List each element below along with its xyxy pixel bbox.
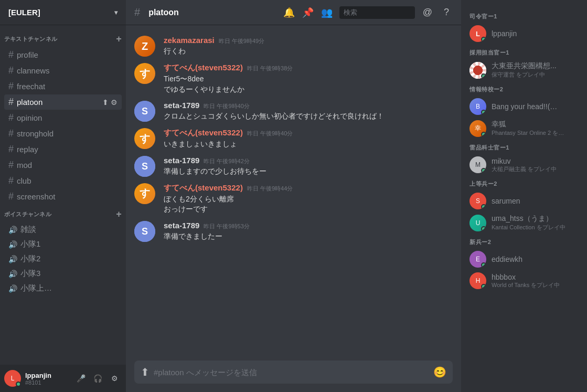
avatar: S <box>469 193 486 209</box>
member-item[interactable]: Llppanjin <box>465 23 583 44</box>
member-item[interactable]: Eeddiewkh <box>465 249 583 270</box>
channel-label: clannews <box>17 66 50 75</box>
sidebar-item-profile[interactable]: # profile <box>4 47 122 62</box>
sidebar-item-stronghold[interactable]: # stronghold <box>4 126 122 141</box>
avatar: S <box>134 221 155 242</box>
sidebar-item-replay[interactable]: # replay <box>4 142 122 157</box>
message-author: zekamazarasi <box>164 36 215 45</box>
member-section-title: 雷品科士官ー1 <box>461 140 587 154</box>
voice-label: 雑談 <box>20 225 36 235</box>
status-indicator <box>481 284 486 289</box>
hash-icon: # <box>8 175 14 186</box>
sidebar: [EULER] ▾ テキストチャンネル + # profile # clanne… <box>0 0 126 392</box>
message-group: S seta-1789 昨日 午後9時53分 準備できましたー <box>126 219 461 244</box>
sidebar-item-club[interactable]: # club <box>4 173 122 188</box>
at-button[interactable]: @ <box>421 6 434 19</box>
hash-icon: # <box>8 128 14 139</box>
settings-button[interactable]: ⚙ <box>107 371 122 386</box>
member-item[interactable]: Uuma_htss（うま）Kantai Collection をプレイ中 <box>465 212 583 234</box>
notifications-button[interactable]: 🔔 <box>283 6 295 19</box>
sidebar-item-screenshot[interactable]: # screenshot <box>4 189 122 204</box>
channel-label: opinion <box>17 113 42 122</box>
sidebar-item-shotai4[interactable]: 🔊 小隊上… <box>4 281 122 295</box>
hash-icon: # <box>8 160 14 171</box>
deafen-button[interactable]: 🎧 <box>90 371 105 386</box>
member-item[interactable]: 幸幸狐Phantasy Star Online 2 を… <box>465 118 583 139</box>
avatar: S <box>134 101 155 122</box>
avatar: L <box>4 370 21 387</box>
sidebar-item-shotai1[interactable]: 🔊 小隊1 <box>4 237 122 251</box>
status-indicator <box>481 262 486 268</box>
channel-label: screenshot <box>17 192 55 201</box>
sidebar-item-shotai2[interactable]: 🔊 小隊2 <box>4 252 122 266</box>
pin-button[interactable]: 📌 <box>302 6 314 19</box>
voice-icon: 🔊 <box>8 226 17 234</box>
message-input-box: ⬆ 😊 <box>134 361 453 384</box>
members-button[interactable]: 👥 <box>321 6 333 19</box>
message-author: seta-1789 <box>164 156 199 165</box>
messages-area: Z zekamazarasi 昨日 午後9時49分 行くわ す すてべん(ste… <box>126 25 461 361</box>
member-info: 幸狐Phantasy Star Online 2 を… <box>492 120 579 137</box>
settings-icon[interactable]: ⚙ <box>111 98 118 107</box>
message-text: 行くわ <box>164 46 453 57</box>
sidebar-item-clannews[interactable]: # clannews <box>4 63 122 78</box>
sidebar-item-opinion[interactable]: # opinion <box>4 110 122 125</box>
message-group: S seta-1789 昨日 午後9時40分 クロムとシュコダくらいしか無い初心… <box>126 99 461 124</box>
member-name: sarumen <box>492 197 579 205</box>
user-tag: #8101 <box>25 379 69 386</box>
sidebar-item-mod[interactable]: # mod <box>4 157 122 173</box>
avatar: す <box>134 183 155 204</box>
voice-icon: 🔊 <box>8 284 17 293</box>
message-timestamp: 昨日 午後9時44分 <box>247 185 293 193</box>
status-dot <box>16 382 21 387</box>
avatar: S <box>134 156 155 177</box>
message-content: seta-1789 昨日 午後9時53分 準備できましたー <box>164 221 453 242</box>
text-channels-category[interactable]: テキストチャンネル + <box>0 25 126 47</box>
message-input[interactable] <box>154 368 429 377</box>
server-header[interactable]: [EULER] ▾ <box>0 0 126 25</box>
sidebar-item-shotai3[interactable]: 🔊 小隊3 <box>4 267 122 281</box>
attach-icon[interactable]: ⬆ <box>141 366 150 378</box>
member-section-title: 情報特校ー2 <box>461 81 587 96</box>
status-indicator <box>481 37 486 42</box>
member-info: uma_htss（うま）Kantai Collection をプレイ中 <box>492 214 579 231</box>
search-input[interactable] <box>344 8 411 16</box>
member-item[interactable]: BBang your head!!(… <box>465 96 583 117</box>
voice-channels-label: ボイスチャンネル <box>4 210 51 218</box>
member-item[interactable]: HhbbboxWorld of Tanks をプレイ中 <box>465 270 583 291</box>
member-item[interactable]: Mmikuv大槌戸融主義 をプレイ中 <box>465 154 583 175</box>
status-indicator <box>481 168 486 173</box>
members-sidebar: 司令官ー1Llppanjin採用担当官ー1 大東亜共栄圏構想...保守運営 をプ… <box>461 0 587 392</box>
hash-icon: # <box>8 112 14 123</box>
emoji-icon[interactable]: 😊 <box>433 366 446 378</box>
avatar: E <box>469 251 486 268</box>
member-name: eddiewkh <box>492 255 579 263</box>
invite-icon[interactable]: ⬆ <box>102 98 109 107</box>
member-item[interactable]: Ssarumen <box>465 190 583 211</box>
message-timestamp: 昨日 午後9時53分 <box>204 223 249 230</box>
message-input-area: ⬆ 😊 <box>126 361 461 392</box>
help-button[interactable]: ? <box>440 6 453 19</box>
mute-button[interactable]: 🎤 <box>73 371 88 386</box>
member-activity: World of Tanks をプレイ中 <box>492 281 579 289</box>
voice-label: 小隊1 <box>20 239 40 249</box>
voice-icon: 🔊 <box>8 240 17 249</box>
voice-label: 小隊上… <box>20 283 52 293</box>
message-author: すてべん(steven5322) <box>164 183 243 193</box>
sidebar-item-freechat[interactable]: # freechat <box>4 79 122 94</box>
member-info: 大東亜共栄圏構想...保守運営 をプレイ中 <box>492 61 579 79</box>
hash-icon: # <box>8 97 14 108</box>
voice-channels-category[interactable]: ボイスチャンネル + <box>0 205 126 222</box>
add-voice-channel-icon[interactable]: + <box>116 209 122 220</box>
member-item[interactable]: 大東亜共栄圏構想...保守運営 をプレイ中 <box>465 59 583 81</box>
svg-text:S: S <box>142 226 148 237</box>
message-timestamp: 昨日 午後9時49分 <box>219 37 264 45</box>
message-content: すてべん(steven5322) 昨日 午後9時44分 ぼくも2分くらい離席おっ… <box>164 183 453 215</box>
voice-icon: 🔊 <box>8 270 17 278</box>
user-panel: L lppanjin #8101 🎤 🎧 ⚙ <box>0 365 126 392</box>
sidebar-item-zatsudan[interactable]: 🔊 雑談 <box>4 223 122 237</box>
add-text-channel-icon[interactable]: + <box>116 34 122 45</box>
sidebar-item-platoon[interactable]: # platoon ⬆⚙ <box>4 94 122 110</box>
search-bar[interactable] <box>339 6 415 19</box>
avatar: Z <box>134 36 155 57</box>
